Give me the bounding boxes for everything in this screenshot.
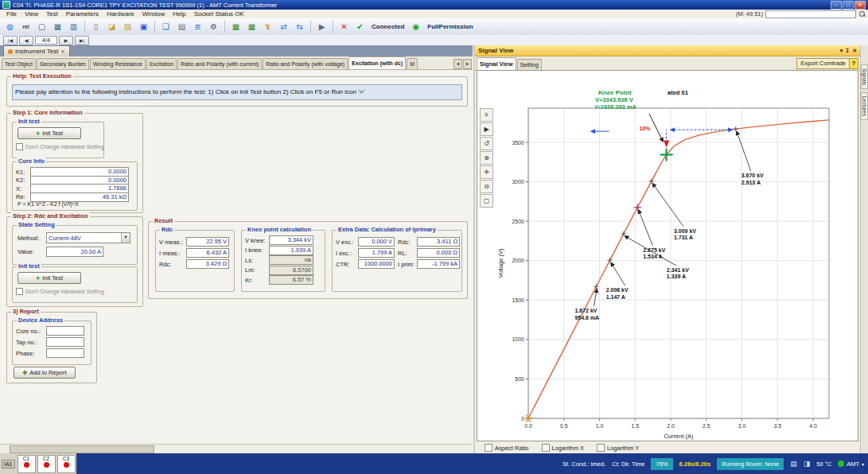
search-icon[interactable] xyxy=(858,10,866,17)
horizontal-scrollbar[interactable] xyxy=(0,444,473,453)
field-label: I meas.: xyxy=(159,250,186,257)
chevron-down-icon[interactable]: ▾ xyxy=(862,461,864,467)
state-setting-group: State Setting Method: Current-48V ▼ Valu… xyxy=(12,225,138,265)
knee-row: Kr:6.57 % xyxy=(245,275,313,285)
grid-alt-icon[interactable]: ▥ xyxy=(66,19,81,34)
input-field[interactable] xyxy=(46,326,84,336)
menu-help[interactable]: Help xyxy=(169,10,189,17)
checkbox-logarithm-x[interactable]: Logarithm X xyxy=(542,444,584,452)
input-field[interactable] xyxy=(46,348,84,358)
bolt-icon[interactable]: ↯ xyxy=(260,19,275,34)
save-icon[interactable]: ▣ xyxy=(136,19,151,34)
nav-button-0[interactable]: |◀ xyxy=(3,36,18,45)
method-dropdown[interactable]: Current-48V ▼ xyxy=(46,232,130,243)
minimize-button[interactable]: – xyxy=(831,1,842,10)
svg-text:2000: 2000 xyxy=(512,258,524,263)
pan-icon[interactable]: ✛ xyxy=(480,165,493,179)
init-test-button[interactable]: + Init Test xyxy=(18,127,81,139)
stop-icon[interactable]: ✕ xyxy=(337,19,352,34)
pin-icon[interactable]: ↧ xyxy=(845,48,850,54)
tab-test-object[interactable]: Test Object xyxy=(2,58,36,69)
grid-icon[interactable]: ▦ xyxy=(50,19,65,34)
value-input[interactable]: 20.00 A xyxy=(46,247,103,257)
swap-icon[interactable]: ⇄ xyxy=(276,19,291,34)
tab-setting[interactable]: Setting xyxy=(517,59,542,70)
close-button[interactable]: ✕ xyxy=(854,1,866,10)
extra-left-row: V exc.:0.000 V xyxy=(336,237,395,247)
knee-row: I knee:1.939 A xyxy=(245,246,313,255)
tab-secondary-burden[interactable]: Secondary Burden xyxy=(37,58,89,69)
folder-icon[interactable]: ▨ xyxy=(120,19,135,34)
reset-icon[interactable]: ↺ xyxy=(480,137,493,150)
scroll-right-icon[interactable]: ▸ xyxy=(463,59,472,69)
side-tab-signals[interactable]: Signals xyxy=(861,64,868,89)
tab-signal-view[interactable]: Signal View xyxy=(477,57,516,70)
svg-text:4.0: 4.0 xyxy=(809,423,817,429)
menu-parameters[interactable]: Parameters xyxy=(62,10,103,17)
network-icon[interactable]: ≣ xyxy=(190,19,205,34)
zoom-in-icon[interactable]: ⊕ xyxy=(480,151,493,165)
input-field[interactable] xyxy=(46,337,84,347)
select-icon[interactable]: ▢ xyxy=(480,194,493,208)
nav-button-2[interactable]: ▶ xyxy=(59,36,73,45)
cursor-icon[interactable]: ▶ xyxy=(480,122,493,136)
signal-view-header[interactable]: Signal View ▾↧✕ xyxy=(475,45,860,56)
maximize-button[interactable]: ▢ xyxy=(843,1,854,10)
menu-hardware[interactable]: Hardware xyxy=(103,10,138,17)
checkbox-logarithm-y[interactable]: Logarithm Y xyxy=(597,444,639,452)
monitor-icon[interactable]: ▢ xyxy=(34,19,49,34)
menu-icon[interactable]: ≡ xyxy=(480,108,493,122)
chevron-down-icon[interactable]: ▼ xyxy=(121,233,130,243)
scrollbar-thumb[interactable] xyxy=(10,445,154,453)
menu-view[interactable]: View xyxy=(21,10,42,17)
copy-icon[interactable]: ❏ xyxy=(158,19,173,34)
tab-excitation-with-dc[interactable]: Excitation (with dc) xyxy=(348,56,406,69)
tab-instrument-test[interactable]: Instrument Test ✕ xyxy=(3,45,70,56)
init-test-button[interactable]: + Init Test xyxy=(18,272,81,284)
export-comtrade-button[interactable]: Export Comtrade xyxy=(796,58,850,69)
tab-ratio-and-polarity-with-voltage[interactable]: Ratio and Polarity (with voltage) xyxy=(263,58,348,69)
knee-row: V knee:3.344 kV xyxy=(245,235,313,245)
menu-test[interactable]: Test xyxy=(42,10,62,17)
close-icon[interactable]: ✕ xyxy=(852,48,857,54)
power-icon[interactable]: ◉ xyxy=(408,19,423,34)
report-icon[interactable]: ▤ xyxy=(174,19,189,34)
menu-window[interactable]: Window xyxy=(138,10,169,17)
side-tab-lectures[interactable]: Lectures xyxy=(861,92,868,120)
field-label: V meas.: xyxy=(159,239,186,246)
rel-tool-icon[interactable]: rel xyxy=(18,19,33,34)
run-icon[interactable]: ▶ xyxy=(314,19,329,34)
tab-ratio-and-polarity-with-current[interactable]: Ratio and Polarity (with current) xyxy=(177,58,262,69)
close-icon[interactable]: ✕ xyxy=(61,49,65,54)
field-label: Ls: xyxy=(245,257,269,264)
zoom-out-icon[interactable]: ⊖ xyxy=(480,180,493,193)
checkbox-box xyxy=(542,444,550,452)
tab-winding-resistance[interactable]: Winding Resistance xyxy=(90,58,146,69)
checkbox-box xyxy=(485,444,492,452)
menu-socket-status-ok[interactable]: Socket Status OK xyxy=(190,10,248,17)
nav-button-1[interactable]: ◀ xyxy=(19,36,33,45)
chart-canvas[interactable]: 0.00.51.01.52.02.53.03.54.00500100015002… xyxy=(479,71,859,443)
nav-button-3[interactable]: ▶| xyxy=(75,36,89,45)
open-folder-icon[interactable]: ◪ xyxy=(104,19,119,34)
scroll-left-icon[interactable]: ◂ xyxy=(453,59,462,69)
new-file-icon-glyph: ▯ xyxy=(94,22,99,31)
add-to-report-button[interactable]: ✚ Add to Report xyxy=(14,367,76,379)
rdc-row: V meas.:22.95 V xyxy=(159,237,229,247)
checkbox-aspect-ratio[interactable]: Aspect Ratio xyxy=(485,444,529,452)
value-field: 6.57 % xyxy=(269,275,313,285)
table-alt-icon[interactable]: ▦ xyxy=(244,19,259,34)
swap-alt-icon[interactable]: ⇆ xyxy=(292,19,307,34)
tab-excitation[interactable]: Excitation xyxy=(146,58,177,69)
dont-change-hardware-checkbox[interactable]: Don't Change Hardware Setting xyxy=(16,288,104,295)
help-button[interactable]: ? xyxy=(850,58,858,69)
dont-change-hardware-checkbox[interactable]: Don't Change Hardware Setting xyxy=(16,143,104,150)
new-file-icon[interactable]: ▯ xyxy=(88,19,103,34)
chevron-down-icon[interactable]: ▾ xyxy=(840,48,843,54)
menu-file[interactable]: File xyxy=(2,10,21,17)
table-icon[interactable]: ▦ xyxy=(228,19,243,34)
tab-m[interactable]: M xyxy=(407,58,418,69)
search-input[interactable] xyxy=(765,10,856,18)
globe-icon[interactable]: ◍ xyxy=(2,19,18,34)
gear-icon[interactable]: ⚙ xyxy=(206,19,221,34)
